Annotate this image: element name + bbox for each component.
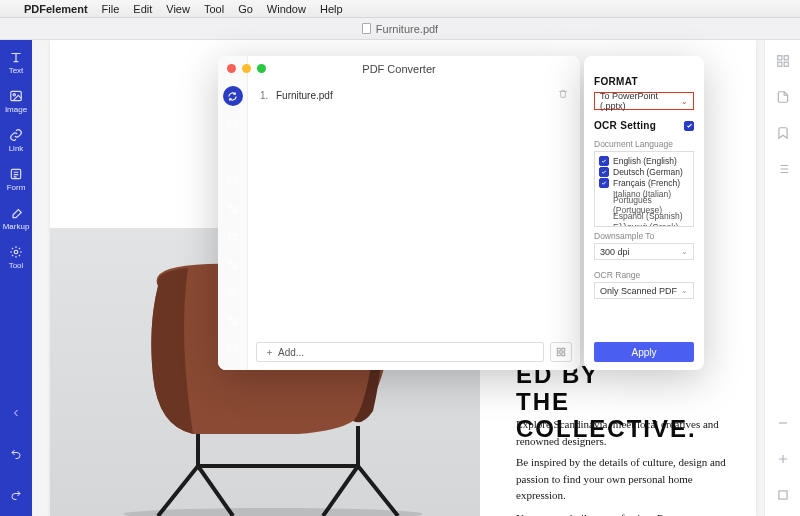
sidebar-item-label: Markup (3, 222, 30, 231)
tool-icon (9, 245, 23, 259)
zoom-in-button[interactable] (776, 452, 790, 470)
apply-button[interactable]: Apply (594, 342, 694, 362)
pdf-converter-dialog: PDF Converter 1. Furniture.pdf Add... (218, 56, 580, 370)
square-icon (227, 175, 238, 186)
thumbnails-button[interactable] (776, 54, 790, 72)
text-icon (9, 50, 23, 64)
convert-tab[interactable] (223, 86, 243, 106)
file-row[interactable]: 1. Furniture.pdf (256, 86, 572, 104)
mac-menubar: PDFelement File Edit View Tool Go Window… (0, 0, 800, 18)
link-icon (9, 128, 23, 142)
dialog-tool-3[interactable] (223, 170, 243, 190)
add-file-button[interactable]: Add... (256, 342, 544, 362)
format-select[interactable]: To PowerPoint (.pptx) ⌄ (594, 92, 694, 110)
dialog-tool-1[interactable] (223, 114, 243, 134)
language-listbox[interactable]: English (English) Deutsch (German) Franç… (594, 151, 694, 227)
crop-icon (227, 315, 238, 326)
dialog-tool-lock[interactable] (223, 282, 243, 302)
fit-page-button[interactable] (776, 488, 790, 506)
sidebar-item-label: Image (5, 105, 27, 114)
page-panel-button[interactable] (776, 90, 790, 108)
language-option[interactable]: Français (French) (599, 177, 689, 188)
sidebar-item-text[interactable]: Text (0, 50, 32, 75)
sidebar-item-label: Tool (9, 261, 24, 270)
language-label: Français (French) (613, 178, 680, 188)
menu-edit[interactable]: Edit (133, 3, 152, 15)
sidebar-undo-button[interactable] (10, 448, 22, 463)
language-label: English (English) (613, 156, 677, 166)
svg-point-1 (13, 94, 15, 96)
language-option[interactable]: Español (Spanish) (599, 210, 689, 221)
sidebar-item-markup[interactable]: Markup (0, 206, 32, 231)
lock-icon (227, 287, 238, 298)
language-option[interactable]: Português (Portuguese) (599, 199, 689, 210)
grid-icon (556, 347, 566, 357)
language-label: Deutsch (German) (613, 167, 683, 177)
sidebar-item-image[interactable]: Image (0, 89, 32, 114)
checkbox-icon (599, 167, 609, 177)
sidebar-item-tool[interactable]: Tool (0, 245, 32, 270)
square-icon (227, 147, 238, 158)
menu-go[interactable]: Go (238, 3, 253, 15)
svg-rect-18 (562, 353, 565, 356)
dialog-tool-8[interactable] (223, 338, 243, 358)
page-paragraph: Not a space built on perfection. But a (516, 510, 738, 516)
svg-rect-7 (777, 62, 781, 66)
language-option[interactable]: Deutsch (German) (599, 166, 689, 177)
svg-rect-6 (784, 56, 788, 60)
language-option[interactable]: English (English) (599, 155, 689, 166)
svg-rect-16 (562, 348, 565, 351)
plus-icon (776, 452, 790, 466)
redo-icon (10, 489, 22, 501)
sidebar-collapse-button[interactable] (10, 407, 22, 422)
chevron-down-icon: ⌄ (681, 97, 688, 106)
document-tab-title[interactable]: Furniture.pdf (376, 23, 438, 35)
ocr-range-value: Only Scanned PDF (600, 286, 677, 296)
convert-icon (227, 91, 238, 102)
svg-rect-8 (784, 62, 788, 66)
dialog-tool-4[interactable] (223, 198, 243, 218)
sidebar-item-label: Link (9, 144, 24, 153)
svg-rect-14 (229, 344, 236, 351)
chevron-left-icon (10, 407, 22, 419)
dialog-tool-5[interactable] (223, 226, 243, 246)
menu-file[interactable]: File (102, 3, 120, 15)
image-icon (9, 89, 23, 103)
ocr-range-select[interactable]: Only Scanned PDF ⌄ (594, 282, 694, 299)
menu-help[interactable]: Help (320, 3, 343, 15)
dialog-body: 1. Furniture.pdf Add... (248, 56, 580, 370)
doc-language-label: Document Language (594, 139, 694, 149)
remove-file-button[interactable] (558, 89, 568, 101)
menu-window[interactable]: Window (267, 3, 306, 15)
sidebar-redo-button[interactable] (10, 489, 22, 504)
list-panel-button[interactable] (776, 162, 790, 180)
page-paragraph: Explore Scandinavia, meet local creative… (516, 416, 738, 449)
bookmark-panel-button[interactable] (776, 126, 790, 144)
view-toggle-button[interactable] (550, 342, 572, 362)
sidebar-item-label: Text (9, 66, 24, 75)
language-label: Ελληνικά (Greek) (613, 222, 678, 228)
menu-tool[interactable]: Tool (204, 3, 224, 15)
square-icon (227, 119, 238, 130)
zoom-out-button[interactable] (776, 416, 790, 434)
menu-view[interactable]: View (166, 3, 190, 15)
ocr-toggle-checkbox[interactable] (684, 121, 694, 131)
trash-icon (558, 89, 568, 99)
chevron-down-icon: ⌄ (681, 247, 688, 256)
language-option[interactable]: Ελληνικά (Greek) (599, 221, 689, 227)
sidebar-item-form[interactable]: Form (0, 167, 32, 192)
crop-icon (227, 203, 238, 214)
dialog-tool-2[interactable] (223, 142, 243, 162)
markup-icon (9, 206, 23, 220)
dialog-title: PDF Converter (218, 63, 580, 75)
app-name[interactable]: PDFelement (24, 3, 88, 15)
dialog-tool-7[interactable] (223, 310, 243, 330)
document-icon (362, 23, 371, 34)
file-index: 1. (260, 90, 276, 101)
checkbox-icon (599, 178, 609, 188)
sidebar-item-link[interactable]: Link (0, 128, 32, 153)
svg-rect-9 (778, 491, 786, 499)
dialog-tool-6[interactable] (223, 254, 243, 274)
downsample-select[interactable]: 300 dpi ⌄ (594, 243, 694, 260)
ocr-range-label: OCR Range (594, 270, 694, 280)
